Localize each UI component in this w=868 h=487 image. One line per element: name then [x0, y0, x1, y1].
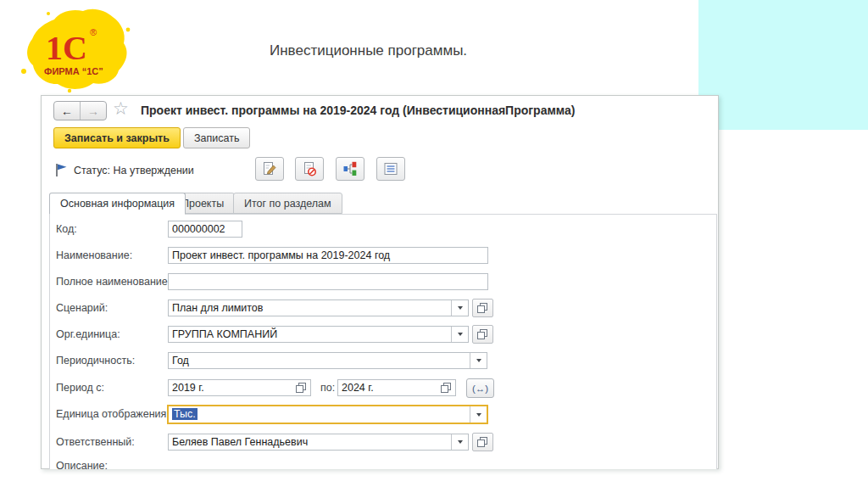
edit-document-icon [261, 160, 278, 177]
period-to-field[interactable]: 2024 г. [337, 379, 456, 396]
periodicity-dropdown-button[interactable] [470, 353, 487, 368]
list-icon [382, 160, 399, 177]
1c-logo: 1С ® ФИРМА “1С” [8, 3, 136, 95]
display-unit-selected-value: Тыс. [172, 408, 198, 420]
save-button[interactable]: Записать [183, 127, 250, 148]
chevron-down-icon [458, 306, 463, 310]
forward-arrow-icon: → [87, 104, 99, 118]
status-label: Статус: На утверждении [74, 165, 194, 176]
scenario-field[interactable]: План для лимитов [168, 299, 469, 316]
tab-totals-by-sections[interactable]: Итог по разделам [233, 193, 342, 214]
edit-document-button[interactable] [255, 157, 284, 181]
save-and-close-button[interactable]: Записать и закрыть [53, 127, 181, 148]
code-label: Код: [56, 223, 77, 235]
responsible-field[interactable]: Беляев Павел Геннадьевич [168, 434, 469, 451]
slide-title: Инвестиционные программы. [270, 42, 467, 59]
open-form-icon [477, 437, 488, 448]
chevron-down-icon [458, 440, 463, 444]
org-unit-open-button[interactable] [472, 325, 493, 344]
period-to-value: 2024 г. [342, 382, 374, 394]
period-to-open-button[interactable] [441, 383, 452, 396]
org-unit-value: ГРУППА КОМПАНИЙ [172, 328, 277, 340]
period-from-label: Период с: [56, 382, 104, 394]
chevron-down-icon [458, 333, 463, 336]
period-from-open-button[interactable] [296, 383, 307, 396]
display-unit-label: Единица отображения: [56, 408, 170, 420]
responsible-label: Ответственный: [56, 436, 135, 448]
name-label: Наименование: [56, 249, 132, 261]
org-unit-field[interactable]: ГРУППА КОМПАНИЙ [168, 326, 469, 343]
cancel-document-button[interactable] [295, 157, 324, 181]
tab-main-info[interactable]: Основная информация [49, 193, 186, 215]
forward-button[interactable]: → [81, 102, 106, 120]
full-name-label: Полное наименование: [56, 276, 170, 288]
periodicity-value: Год [172, 355, 189, 367]
period-range-button[interactable]: (↔) [466, 378, 494, 398]
cancel-document-icon [301, 160, 318, 177]
back-arrow-icon: ← [61, 104, 73, 118]
open-form-icon [296, 383, 307, 394]
org-unit-label: Орг.единица: [56, 328, 120, 340]
scenario-open-button[interactable] [472, 299, 493, 317]
period-from-field[interactable]: 2019 г. [168, 379, 311, 396]
logo-brand-text: 1С [46, 29, 87, 67]
name-field[interactable]: Проект инвест. программы на 2019-2024 го… [168, 247, 488, 264]
list-button[interactable] [376, 157, 405, 181]
display-unit-dropdown-button[interactable] [470, 406, 487, 423]
logo-subtitle-text: ФИРМА “1С” [44, 66, 103, 76]
periodicity-label: Периодичность: [56, 355, 135, 367]
status-flag-icon [55, 163, 68, 177]
cyan-decoration-block [698, 0, 868, 130]
back-button[interactable]: ← [54, 102, 81, 120]
open-form-icon [477, 303, 488, 314]
scenario-dropdown-button[interactable] [451, 300, 468, 316]
org-unit-dropdown-button[interactable] [451, 327, 468, 342]
responsible-dropdown-button[interactable] [451, 434, 468, 450]
period-from-value: 2019 г. [172, 382, 204, 394]
chevron-down-icon [476, 413, 481, 417]
open-form-icon [441, 383, 452, 394]
scenario-label: Сценарий: [56, 302, 108, 314]
period-to-label: по: [320, 382, 335, 394]
open-form-icon [477, 329, 488, 340]
responsible-value: Беляев Павел Геннадьевич [172, 436, 308, 448]
display-unit-field[interactable]: Тыс. [167, 405, 488, 424]
responsible-open-button[interactable] [472, 433, 493, 451]
chevron-down-icon [476, 359, 481, 362]
1c-logo-splash-icon: 1С ® ФИРМА “1С” [8, 3, 136, 95]
logo-registered-mark: ® [90, 27, 97, 37]
structure-button[interactable] [336, 157, 364, 181]
window-title: Проект инвест. программы на 2019-2024 го… [141, 104, 575, 117]
code-field[interactable]: 000000002 [168, 221, 242, 238]
description-label: Описание: [56, 460, 108, 472]
history-nav-group: ← → [53, 101, 107, 120]
periodicity-field[interactable]: Год [168, 352, 487, 369]
structure-icon [342, 160, 359, 177]
scenario-value: План для лимитов [172, 302, 263, 314]
full-name-field[interactable] [168, 273, 488, 290]
slide-background: 1С ® ФИРМА “1С” Инвестиционные программы… [0, 0, 868, 487]
favorite-star-icon[interactable]: ☆ [113, 98, 129, 119]
form-window: ← → ☆ Проект инвест. программы на 2019-2… [41, 95, 719, 469]
